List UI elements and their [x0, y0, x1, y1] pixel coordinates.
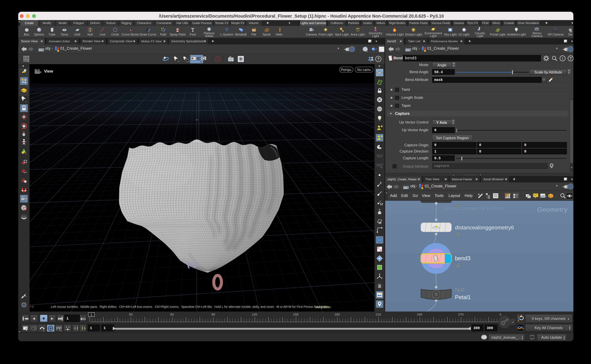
svg-text:i: i: [562, 56, 563, 60]
svg-text:12: 12: [380, 202, 383, 206]
svg-text:distancealonggeometry6: distancealonggeometry6: [455, 224, 514, 230]
svg-text:?: ?: [377, 57, 380, 61]
svg-text:3: 3: [195, 119, 198, 121]
svg-text:?: ?: [569, 56, 572, 60]
svg-text:12: 12: [378, 221, 381, 224]
svg-text:Null: Null: [455, 286, 464, 292]
svg-text:bend3: bend3: [455, 255, 470, 261]
svg-text:Geometry: Geometry: [537, 206, 568, 213]
svg-text:Non-Commercial Edition: Non-Commercial Edition: [445, 205, 503, 211]
svg-text:Petal1: Petal1: [455, 294, 471, 300]
